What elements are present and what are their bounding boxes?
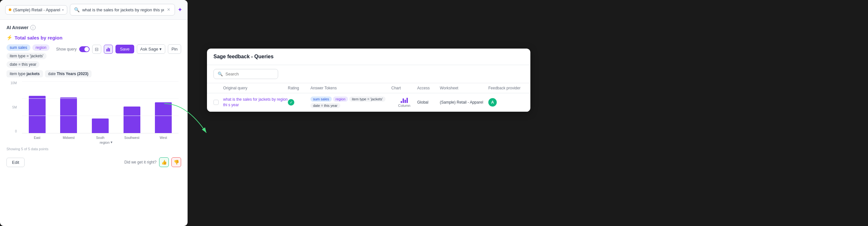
label-east-text: East <box>34 136 40 140</box>
col-original-query: Original query <box>223 86 288 90</box>
col-answer-tokens: Answer Tokens <box>310 86 391 90</box>
bar-south-bar <box>92 118 108 133</box>
bottom-row: Edit Did we get it right? 👍 👎 <box>6 155 181 167</box>
show-query-toggle[interactable] <box>79 46 90 52</box>
row-chart: Column <box>391 97 417 108</box>
tags-row: sum sales region item type = 'jackets' d… <box>6 45 54 68</box>
ask-sage-label: Ask Sage <box>141 47 158 52</box>
col-checkbox <box>213 86 223 90</box>
token-item-type[interactable]: item type = 'jackets' <box>349 96 385 102</box>
chart-title: ⚡ Total sales by region <box>6 35 181 40</box>
bar-east-bar <box>29 96 45 133</box>
grid-line-mid <box>22 98 179 99</box>
chart-title-icon: ⚡ <box>6 35 12 40</box>
token-region[interactable]: region <box>333 96 348 102</box>
bar-midwest <box>54 97 84 133</box>
token-date[interactable]: date = this year <box>310 103 340 108</box>
bar-chart-icon <box>106 47 110 52</box>
edit-button[interactable]: Edit <box>6 158 25 167</box>
chart-title-text: Total sales by region <box>14 35 62 40</box>
panel-content: AI Answer i ⚡ Total sales by region sum … <box>0 20 188 226</box>
table-header: Original query Rating Answer Tokens Char… <box>207 83 530 93</box>
col-worksheet: Worksheet <box>440 86 488 90</box>
y-label-0: 0 <box>6 130 17 133</box>
ai-answer-title: AI Answer <box>6 25 28 30</box>
clear-button[interactable]: × <box>166 6 171 13</box>
bar-labels: East Midwest South Southwest West <box>22 135 179 140</box>
info-icon[interactable]: i <box>30 25 36 30</box>
filter-tags-row: item type jackets date This Years (2023) <box>6 70 181 77</box>
tag-date[interactable]: date = this year <box>6 61 39 68</box>
pin-button[interactable]: Pin <box>168 45 181 54</box>
bar-southwest-bar <box>124 107 141 133</box>
positive-rating-icon: ✓ <box>288 99 294 106</box>
label-midwest: Midwest <box>54 135 84 140</box>
tag-sum-sales[interactable]: sum sales <box>6 45 30 51</box>
row-checkbox[interactable] <box>213 100 223 105</box>
feedback-row: Did we get it right? 👍 👎 <box>125 158 181 167</box>
grid-line-low <box>22 116 179 116</box>
y-label-10m: 10M <box>6 81 17 85</box>
thumbs-down-button[interactable]: 👎 <box>172 158 181 167</box>
row-feedback-provider: A <box>488 98 530 107</box>
show-query-label: Show query <box>56 47 76 52</box>
search-input-right-container: 🔍 <box>213 69 278 79</box>
datasource-selector[interactable]: (Sample) Retail - Apparel ▾ <box>5 5 67 15</box>
tag-region[interactable]: region <box>32 45 50 51</box>
search-bar-right: 🔍 <box>207 65 530 83</box>
row-worksheet: (Sample) Retail - Apparel <box>440 100 488 105</box>
feedback-label: Did we get it right? <box>125 160 157 165</box>
label-southwest-text: Southwest <box>124 136 140 140</box>
ask-sage-chevron-icon: ▾ <box>159 47 162 52</box>
row-answer-tokens: sum sales region item type = 'jackets' d… <box>310 96 391 108</box>
ai-answer-header: AI Answer i <box>6 25 181 30</box>
save-btn[interactable]: Save <box>116 45 134 53</box>
ask-sage-button[interactable]: Ask Sage ▾ <box>137 45 165 54</box>
showing-label: Showing 5 of 5 data points <box>6 147 181 151</box>
search-input-container: 🔍 × <box>70 4 175 16</box>
filter-tag-date[interactable]: date This Years (2023) <box>45 70 92 77</box>
feedback-provider-avatar: A <box>488 98 497 107</box>
datasource-dot <box>9 8 11 11</box>
chart-area: 10M 5M 0 Total sales <box>6 81 181 144</box>
chart-type-label: Column <box>398 104 410 108</box>
col-rating: Rating <box>288 86 310 90</box>
label-east: East <box>22 135 52 140</box>
bar-west <box>148 102 179 133</box>
bar-southwest <box>117 107 147 133</box>
search-bar: (Sample) Retail - Apparel ▾ 🔍 × ✦ <box>0 0 188 20</box>
label-southwest: Southwest <box>117 135 147 140</box>
region-label-text: region <box>100 141 110 144</box>
bar-east <box>22 96 52 133</box>
bar-south <box>85 118 116 133</box>
thumbs-up-button[interactable]: 👍 <box>159 158 169 167</box>
query-link[interactable]: what is the sales for jackets by region … <box>223 97 287 107</box>
right-panel-header: Sage feedback - Queries <box>207 49 530 65</box>
datasource-label: (Sample) Retail - Apparel <box>13 7 60 12</box>
search-input[interactable] <box>82 7 164 12</box>
right-panel-title: Sage feedback - Queries <box>213 54 274 59</box>
label-west: West <box>148 135 179 140</box>
row-query[interactable]: what is the sales for jackets by region … <box>223 97 288 108</box>
table-row: what is the sales for jackets by region … <box>207 93 530 112</box>
controls-row: Show query ⊟ Show query Save Ask Sage ▾ … <box>56 45 181 54</box>
token-sum-sales[interactable]: sum sales <box>310 96 332 102</box>
filter-tag-item-type[interactable]: item type jackets <box>6 70 43 77</box>
column-chart-icon <box>401 97 408 103</box>
table-view-button[interactable]: ⊟ <box>92 45 101 54</box>
y-axis-labels: 10M 5M 0 <box>6 81 17 133</box>
bar-midwest-bar <box>60 97 77 133</box>
tag-item-type[interactable]: item type = 'jackets' <box>6 53 46 59</box>
ai-icon-button[interactable]: ✦ <box>178 6 182 13</box>
row-rating: ✓ <box>288 99 310 106</box>
label-south-text: South <box>96 136 104 140</box>
bar-chart-view-button[interactable] <box>104 45 113 54</box>
left-panel: (Sample) Retail - Apparel ▾ 🔍 × ✦ AI Ans… <box>0 0 188 226</box>
search-input-right[interactable] <box>225 72 268 77</box>
y-label-5m: 5M <box>6 106 17 109</box>
label-south: South <box>85 135 116 140</box>
bar-west-bar <box>155 102 172 133</box>
label-midwest-text: Midwest <box>63 136 75 140</box>
col-chart: Chart <box>391 86 417 90</box>
grid-line-top <box>22 81 179 82</box>
